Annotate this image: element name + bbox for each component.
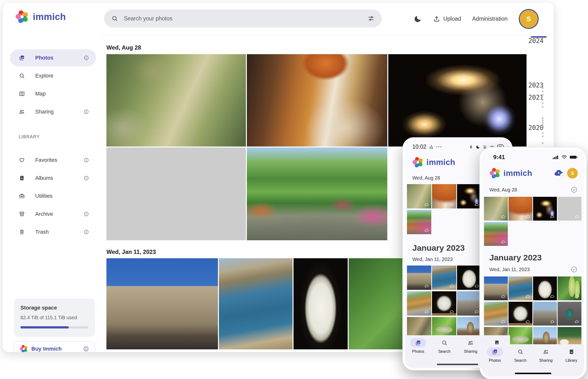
thumb-fortress[interactable] — [407, 266, 431, 290]
photo-dinner[interactable] — [247, 54, 387, 146]
photo-row — [106, 147, 387, 240]
search-bar[interactable]: Search your photos — [104, 9, 382, 28]
info-icon[interactable] — [83, 229, 89, 235]
photos-icon — [410, 338, 426, 347]
immich-flower-icon — [412, 157, 424, 168]
photo-coast[interactable] — [219, 258, 293, 349]
thumb-garden[interactable] — [407, 210, 431, 234]
nav-label: Sharing — [464, 349, 477, 354]
nav-item-photos[interactable]: Photos — [482, 347, 508, 363]
thumb-fortress[interactable] — [484, 276, 508, 300]
photo-bust[interactable] — [294, 258, 348, 349]
user-avatar[interactable]: S — [519, 9, 539, 29]
timeline-tick — [542, 94, 543, 96]
sidebar-item-label: Sharing — [35, 109, 54, 115]
info-icon[interactable] — [83, 109, 89, 115]
timeline-year-2021[interactable]: 2021 — [528, 94, 543, 101]
thumb-monkeys[interactable] — [407, 184, 431, 208]
photo-garden[interactable] — [247, 147, 387, 240]
thumb-ruin[interactable] — [457, 291, 481, 316]
thumb-grapes[interactable] — [558, 276, 581, 300]
sidebar-item-map[interactable]: Map — [10, 85, 96, 102]
thumb-dinner[interactable] — [509, 197, 532, 221]
thumb-fireworks[interactable] — [457, 184, 481, 208]
thumb-garden[interactable] — [484, 222, 508, 246]
backup-cloud-icon[interactable] — [553, 168, 564, 178]
notification-dots-icon: ··· — [436, 144, 443, 150]
sidebar-item-archive[interactable]: Archive — [10, 205, 96, 222]
thumb-cliff[interactable] — [484, 302, 508, 326]
sidebar-item-sharing[interactable]: Sharing — [10, 103, 96, 120]
thumb-dinner[interactable] — [432, 184, 456, 208]
info-icon[interactable] — [83, 211, 89, 217]
thumb-coast[interactable] — [509, 276, 532, 300]
system-update-icon — [429, 144, 434, 149]
thumb-fireworks[interactable] — [533, 197, 557, 221]
thumb-ornate[interactable] — [558, 302, 581, 326]
immich-wordmark: immich — [427, 158, 455, 167]
select-all-check-icon[interactable] — [571, 186, 578, 193]
thumb-bust[interactable] — [457, 266, 481, 290]
thumb-rock[interactable] — [432, 291, 456, 316]
thumb-hands[interactable] — [558, 197, 581, 221]
timeline-year-2024[interactable]: 2024 — [528, 37, 543, 45]
upload-button[interactable]: Upload — [433, 15, 461, 23]
sidebar-item-utilities[interactable]: Utilities — [10, 188, 96, 205]
map-icon — [19, 91, 25, 97]
thumb-coast[interactable] — [432, 266, 456, 290]
photo-fireworks[interactable] — [388, 54, 527, 146]
nav-item-search[interactable]: Search — [508, 347, 533, 363]
date-group-header: Wed, Aug 28 — [106, 44, 141, 51]
cloud-sync-icon — [424, 228, 429, 233]
nav-item-sharing[interactable]: Sharing — [533, 347, 559, 363]
date-group-header: Wed, Jan 11, 2023 — [106, 249, 156, 255]
photo-monkeys[interactable] — [106, 54, 246, 146]
sidebar-item-albums[interactable]: Albums — [10, 170, 96, 187]
dark-mode-toggle[interactable] — [413, 15, 422, 23]
albums-icon — [19, 175, 25, 181]
info-icon[interactable] — [83, 55, 89, 61]
heart-icon — [19, 157, 25, 163]
select-all-check-icon[interactable] — [571, 266, 578, 273]
nav-item-library[interactable]: Library — [559, 347, 584, 363]
user-avatar[interactable]: S — [567, 168, 578, 179]
info-icon[interactable] — [83, 346, 89, 352]
thumb-bust[interactable] — [533, 276, 557, 300]
sidebar-item-explore[interactable]: Explore — [10, 67, 96, 84]
timeline-tick — [542, 122, 543, 123]
nav-item-sharing[interactable]: Sharing — [458, 338, 484, 354]
nav-item-search[interactable]: Search — [431, 338, 458, 354]
backup-check-badge — [560, 173, 565, 178]
thumb-rock[interactable] — [509, 302, 532, 326]
administration-link[interactable]: Administration — [472, 16, 508, 22]
timeline-year-2023[interactable]: 2023 — [528, 82, 543, 89]
search-input[interactable]: Search your photos — [124, 15, 362, 22]
sidebar-item-trash[interactable]: Trash — [10, 223, 96, 240]
immich-logo[interactable]: immich — [15, 10, 66, 24]
sidebar-item-favorites[interactable]: Favorites — [10, 152, 96, 169]
nav-item-photos[interactable]: Photos — [405, 338, 431, 354]
ios-bottom-nav: PhotosSearchSharingLibrary — [482, 344, 584, 377]
photo-row — [106, 258, 453, 349]
thumb-monkeys[interactable] — [484, 197, 508, 221]
timeline-year-2020[interactable]: 2020 — [528, 124, 543, 131]
home-indicator[interactable] — [437, 364, 478, 365]
info-icon[interactable] — [83, 157, 89, 163]
cloud-sync-icon — [449, 310, 455, 314]
sidebar-item-photos[interactable]: Photos — [10, 49, 96, 66]
cloud-sync-icon — [424, 284, 429, 288]
thumb-ruin[interactable] — [533, 302, 557, 326]
thumb-cliff[interactable] — [407, 291, 431, 316]
search-icon — [436, 338, 452, 347]
info-icon[interactable] — [83, 175, 89, 181]
timeline-tick — [542, 142, 543, 144]
bluetooth-icon — [469, 144, 473, 149]
photo-fortress[interactable] — [106, 258, 218, 349]
home-indicator[interactable] — [515, 373, 551, 374]
trash-icon — [19, 229, 25, 235]
photo-hands[interactable] — [106, 147, 246, 240]
cloud-sync-icon — [500, 294, 506, 299]
sidebar-item-label: Photos — [35, 55, 53, 61]
buy-immich-button[interactable]: Buy Immich — [14, 341, 95, 352]
search-filters-icon[interactable] — [368, 15, 374, 22]
